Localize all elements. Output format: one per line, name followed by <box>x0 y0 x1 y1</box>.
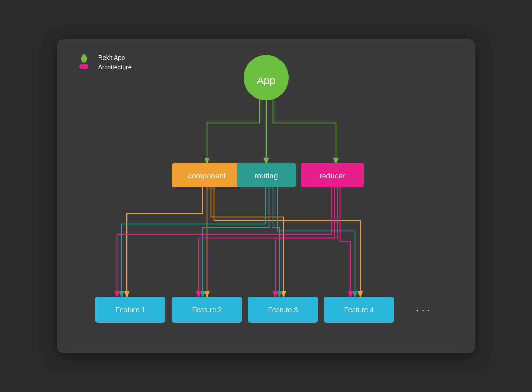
logo-text: Rekit App Architecture <box>98 53 132 72</box>
node-routing: routing <box>237 163 296 187</box>
svg-text:Feature 2: Feature 2 <box>192 306 222 314</box>
main-card: Rekit App Architecture <box>57 39 475 353</box>
node-feature1: Feature 1 <box>95 297 165 323</box>
svg-text:routing: routing <box>254 171 278 180</box>
rekit-logo-icon <box>75 53 93 72</box>
node-component: component <box>172 163 242 187</box>
node-feature2: Feature 2 <box>172 297 242 323</box>
node-more: · · · <box>416 304 430 315</box>
svg-point-4 <box>82 61 86 64</box>
architecture-diagram: App component routing reducer Feature 1 … <box>57 39 475 353</box>
svg-text:Feature 4: Feature 4 <box>344 306 374 314</box>
node-app: App <box>244 55 289 100</box>
node-feature3: Feature 3 <box>248 297 318 323</box>
svg-text:component: component <box>188 171 226 180</box>
svg-text:· · ·: · · · <box>416 304 430 315</box>
svg-text:reducer: reducer <box>319 171 345 180</box>
svg-text:App: App <box>257 74 275 86</box>
svg-text:Feature 3: Feature 3 <box>268 306 298 314</box>
logo-area: Rekit App Architecture <box>75 53 132 72</box>
svg-text:Feature 1: Feature 1 <box>115 306 145 314</box>
svg-point-3 <box>79 64 88 69</box>
node-reducer: reducer <box>301 163 364 187</box>
node-feature4: Feature 4 <box>324 297 394 323</box>
